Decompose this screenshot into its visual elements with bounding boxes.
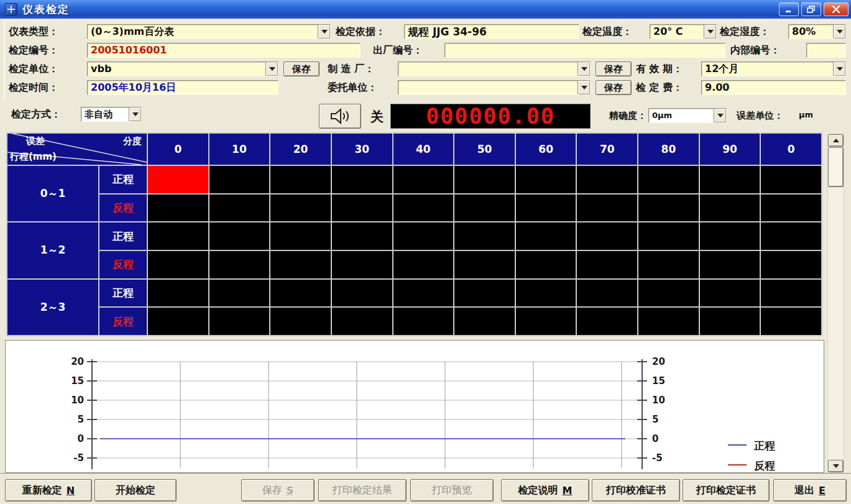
table-cell[interactable] — [148, 222, 208, 250]
save-client-button[interactable]: 保存 — [596, 80, 632, 95]
table-cell[interactable] — [270, 308, 331, 335]
table-cell[interactable] — [454, 195, 515, 222]
table-cell[interactable] — [700, 195, 760, 222]
table-cell[interactable] — [332, 222, 392, 250]
table-cell[interactable] — [700, 308, 760, 335]
vertical-scrollbar[interactable] — [827, 134, 844, 473]
table-cell[interactable] — [332, 166, 392, 193]
table-cell[interactable] — [577, 251, 637, 278]
table-cell[interactable] — [638, 308, 699, 335]
table-cell[interactable] — [761, 251, 821, 278]
table-cell[interactable] — [209, 280, 270, 307]
chevron-down-icon[interactable] — [318, 25, 330, 39]
client-unit-select[interactable] — [398, 80, 591, 95]
chevron-down-icon[interactable] — [833, 62, 845, 76]
save-manufacturer-button[interactable]: 保存 — [596, 62, 632, 76]
table-cell[interactable] — [332, 251, 392, 278]
table-cell[interactable] — [270, 251, 331, 278]
save-unit-button[interactable]: 保存 — [283, 62, 320, 76]
instrument-type-select[interactable]: (0～3)mm百分表 — [87, 24, 331, 39]
validity-select[interactable]: 12个月 — [701, 62, 846, 76]
table-cell[interactable] — [332, 280, 392, 307]
table-cell[interactable] — [209, 251, 270, 278]
table-cell[interactable] — [209, 166, 270, 193]
table-cell[interactable] — [700, 251, 760, 278]
table-cell[interactable] — [148, 166, 208, 193]
start-verify-button[interactable]: 开始检定 — [94, 479, 177, 502]
chevron-down-icon[interactable] — [833, 25, 845, 39]
table-cell[interactable] — [393, 222, 454, 250]
table-cell[interactable] — [270, 166, 331, 193]
chevron-down-icon[interactable] — [704, 25, 716, 39]
table-cell[interactable] — [148, 195, 208, 222]
chevron-down-icon[interactable] — [577, 62, 590, 76]
table-cell[interactable] — [148, 280, 208, 307]
table-cell[interactable] — [700, 166, 760, 193]
speaker-icon[interactable] — [319, 104, 361, 129]
internal-number-field[interactable] — [806, 43, 846, 58]
mode-select[interactable]: 非自动 — [81, 107, 142, 122]
table-cell[interactable] — [454, 308, 515, 335]
verify-instructions-button[interactable]: 检定说明M — [501, 479, 589, 502]
table-cell[interactable] — [577, 166, 637, 193]
table-cell[interactable] — [393, 308, 454, 335]
re-verify-button[interactable]: 重新检定N — [5, 479, 92, 502]
basis-field[interactable]: 规程 JJG 34-96 — [404, 24, 579, 39]
chevron-down-icon[interactable] — [129, 108, 141, 121]
manufacturer-select[interactable] — [398, 62, 591, 76]
table-cell[interactable] — [516, 251, 576, 278]
verify-unit-select[interactable]: vbb — [87, 62, 278, 76]
minimize-button[interactable] — [779, 2, 799, 16]
print-verify-cert-button[interactable]: 打印检定证书 — [683, 479, 770, 502]
verify-date-field[interactable]: 2005年10月16日 — [87, 80, 278, 95]
table-cell[interactable] — [638, 280, 699, 307]
table-cell[interactable] — [638, 195, 699, 222]
table-cell[interactable] — [270, 195, 331, 222]
table-cell[interactable] — [516, 308, 576, 335]
table-cell[interactable] — [638, 166, 699, 193]
table-cell[interactable] — [700, 222, 760, 250]
table-cell[interactable] — [454, 280, 515, 307]
temperature-select[interactable]: 20° C — [650, 24, 717, 39]
table-cell[interactable] — [577, 308, 637, 335]
chevron-down-icon[interactable] — [714, 109, 726, 122]
table-cell[interactable] — [516, 222, 576, 250]
chevron-down-icon[interactable] — [265, 62, 278, 76]
cert-number-field[interactable]: 20051016001 — [87, 43, 361, 58]
table-cell[interactable] — [454, 251, 515, 278]
close-icon[interactable] — [824, 2, 849, 16]
table-cell[interactable] — [393, 251, 454, 278]
print-calibration-cert-button[interactable]: 打印校准证书 — [592, 479, 680, 502]
table-cell[interactable] — [700, 280, 760, 307]
table-cell[interactable] — [148, 251, 208, 278]
table-cell[interactable] — [761, 308, 821, 335]
table-cell[interactable] — [454, 222, 515, 250]
table-cell[interactable] — [577, 280, 637, 307]
scroll-down-icon[interactable] — [828, 460, 844, 472]
table-cell[interactable] — [577, 195, 637, 222]
table-cell[interactable] — [270, 222, 331, 250]
chevron-down-icon[interactable] — [577, 81, 590, 94]
table-cell[interactable] — [516, 280, 576, 307]
precision-select[interactable]: 0μm — [648, 108, 727, 123]
table-cell[interactable] — [148, 308, 208, 335]
table-cell[interactable] — [761, 280, 821, 307]
table-cell[interactable] — [209, 195, 270, 222]
table-cell[interactable] — [761, 222, 821, 250]
fee-field[interactable]: 9.00 — [701, 80, 846, 95]
humidity-select[interactable]: 80% — [788, 24, 846, 39]
table-cell[interactable] — [454, 166, 515, 193]
factory-number-field[interactable] — [444, 43, 725, 58]
table-cell[interactable] — [332, 308, 392, 335]
table-cell[interactable] — [209, 308, 270, 335]
table-cell[interactable] — [332, 195, 392, 222]
scrollbar-thumb[interactable] — [828, 147, 844, 187]
table-cell[interactable] — [577, 222, 637, 250]
table-cell[interactable] — [393, 195, 454, 222]
table-cell[interactable] — [761, 195, 821, 222]
table-cell[interactable] — [516, 195, 576, 222]
table-cell[interactable] — [393, 280, 454, 307]
scroll-up-icon[interactable] — [828, 134, 844, 147]
table-cell[interactable] — [270, 280, 331, 307]
table-cell[interactable] — [209, 222, 270, 250]
